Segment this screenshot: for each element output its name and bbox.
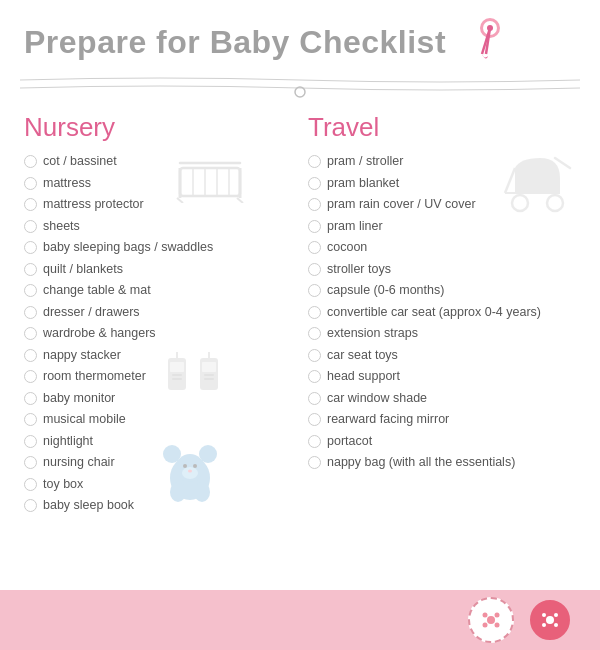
checkbox-circle[interactable] bbox=[24, 177, 37, 190]
safety-pin-icon bbox=[462, 18, 504, 66]
checkbox-circle[interactable] bbox=[24, 284, 37, 297]
list-item: car window shade bbox=[308, 388, 576, 410]
item-label: mattress bbox=[43, 175, 91, 193]
svg-point-41 bbox=[487, 616, 495, 624]
item-label: room thermometer bbox=[43, 368, 146, 386]
checkbox-circle[interactable] bbox=[308, 327, 321, 340]
header: Prepare for Baby Checklist bbox=[0, 0, 600, 72]
svg-rect-18 bbox=[172, 374, 182, 376]
list-item: head support bbox=[308, 366, 576, 388]
crib-icon bbox=[175, 148, 245, 203]
checkbox-circle[interactable] bbox=[308, 413, 321, 426]
checkbox-circle[interactable] bbox=[308, 370, 321, 383]
list-item: cot / bassinet bbox=[24, 151, 292, 173]
item-label: nursing chair bbox=[43, 454, 115, 472]
svg-point-4 bbox=[487, 25, 493, 31]
bear-icon bbox=[160, 440, 220, 510]
page-title: Prepare for Baby Checklist bbox=[24, 24, 446, 61]
svg-rect-22 bbox=[202, 362, 216, 372]
item-label: cot / bassinet bbox=[43, 153, 117, 171]
list-item: nappy stacker bbox=[24, 345, 292, 367]
list-item: change table & mat bbox=[24, 280, 292, 302]
checkbox-circle[interactable] bbox=[24, 478, 37, 491]
svg-line-36 bbox=[505, 168, 515, 193]
item-label: baby monitor bbox=[43, 390, 115, 408]
button-circle-2 bbox=[530, 600, 570, 640]
list-item: nursing chair bbox=[24, 452, 292, 474]
checkbox-circle[interactable] bbox=[308, 284, 321, 297]
list-item: capsule (0-6 months) bbox=[308, 280, 576, 302]
checkbox-circle[interactable] bbox=[24, 456, 37, 469]
checkbox-circle[interactable] bbox=[24, 263, 37, 276]
checkbox-circle[interactable] bbox=[308, 198, 321, 211]
svg-rect-24 bbox=[204, 378, 214, 380]
checkbox-circle[interactable] bbox=[308, 392, 321, 405]
checkbox-circle[interactable] bbox=[24, 370, 37, 383]
svg-point-43 bbox=[495, 613, 500, 618]
item-label: car window shade bbox=[327, 390, 427, 408]
svg-rect-6 bbox=[180, 168, 240, 196]
checkbox-circle[interactable] bbox=[308, 306, 321, 319]
checkbox-circle[interactable] bbox=[24, 392, 37, 405]
button-decoration-icon bbox=[476, 605, 506, 635]
checkbox-circle[interactable] bbox=[24, 198, 37, 211]
svg-point-45 bbox=[495, 623, 500, 628]
list-item: car seat toys bbox=[308, 345, 576, 367]
item-label: cocoon bbox=[327, 239, 367, 257]
checkbox-circle[interactable] bbox=[308, 241, 321, 254]
button-circle-1 bbox=[468, 597, 514, 643]
list-item: wardrobe & hangers bbox=[24, 323, 292, 345]
svg-point-50 bbox=[554, 623, 558, 627]
list-item: quilt / blankets bbox=[24, 259, 292, 281]
svg-rect-17 bbox=[170, 362, 184, 372]
item-label: car seat toys bbox=[327, 347, 398, 365]
item-label: pram liner bbox=[327, 218, 383, 236]
item-label: mattress protector bbox=[43, 196, 144, 214]
checkbox-circle[interactable] bbox=[24, 306, 37, 319]
checkbox-circle[interactable] bbox=[24, 349, 37, 362]
item-label: baby sleeping bags / swaddles bbox=[43, 239, 213, 257]
page: Prepare for Baby Checklist bbox=[0, 0, 600, 650]
list-item: stroller toys bbox=[308, 259, 576, 281]
item-label: pram / stroller bbox=[327, 153, 403, 171]
checkbox-circle[interactable] bbox=[24, 435, 37, 448]
list-item: toy box bbox=[24, 474, 292, 496]
checkbox-circle[interactable] bbox=[24, 413, 37, 426]
item-label: quilt / blankets bbox=[43, 261, 123, 279]
checkbox-circle[interactable] bbox=[24, 241, 37, 254]
svg-point-39 bbox=[547, 195, 563, 211]
list-item: rearward facing mirror bbox=[308, 409, 576, 431]
item-label: capsule (0-6 months) bbox=[327, 282, 444, 300]
checkbox-circle[interactable] bbox=[308, 155, 321, 168]
checkbox-circle[interactable] bbox=[24, 499, 37, 512]
svg-point-46 bbox=[546, 616, 554, 624]
list-item: pram liner bbox=[308, 216, 576, 238]
item-label: nightlight bbox=[43, 433, 93, 451]
checkbox-circle[interactable] bbox=[24, 220, 37, 233]
svg-point-30 bbox=[182, 467, 198, 479]
checkbox-circle[interactable] bbox=[308, 456, 321, 469]
list-item: sheets bbox=[24, 216, 292, 238]
checkbox-circle[interactable] bbox=[308, 220, 321, 233]
item-label: toy box bbox=[43, 476, 83, 494]
item-label: pram rain cover / UV cover bbox=[327, 196, 476, 214]
list-item: nightlight bbox=[24, 431, 292, 453]
svg-line-15 bbox=[237, 198, 243, 203]
item-label: rearward facing mirror bbox=[327, 411, 449, 429]
svg-point-48 bbox=[554, 613, 558, 617]
checkbox-circle[interactable] bbox=[24, 155, 37, 168]
item-label: portacot bbox=[327, 433, 372, 451]
item-label: pram blanket bbox=[327, 175, 399, 193]
checkbox-circle[interactable] bbox=[308, 263, 321, 276]
checkbox-circle[interactable] bbox=[24, 327, 37, 340]
svg-point-44 bbox=[483, 623, 488, 628]
list-item: room thermometer bbox=[24, 366, 292, 388]
checkbox-circle[interactable] bbox=[308, 435, 321, 448]
pram-icon bbox=[500, 148, 580, 218]
checkbox-circle[interactable] bbox=[308, 349, 321, 362]
checkbox-circle[interactable] bbox=[308, 177, 321, 190]
svg-point-47 bbox=[542, 613, 546, 617]
list-item: extension straps bbox=[308, 323, 576, 345]
item-label: sheets bbox=[43, 218, 80, 236]
list-item: mattress protector bbox=[24, 194, 292, 216]
